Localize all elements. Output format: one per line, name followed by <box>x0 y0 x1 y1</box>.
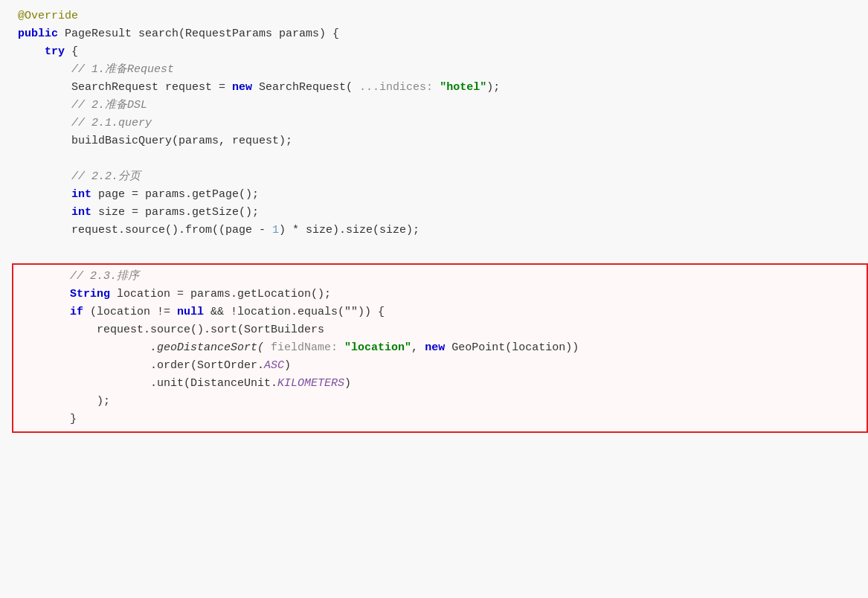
line-try: try { <box>15 43 868 61</box>
line-comment-1: // 1.准备Request <box>15 61 868 79</box>
line-build-query: buildBasicQuery(params, request); <box>15 132 868 150</box>
line-sort-3: .order(SortOrder. ASC ) <box>13 357 867 375</box>
comment-2-1: // 2.1.query <box>71 115 152 132</box>
const-kilometers: KILOMETERS <box>277 375 344 393</box>
comment-1: // 1.准备Request <box>71 61 174 79</box>
line-if: if (location != null && !location.equals… <box>13 303 867 321</box>
line-blank-1 <box>15 150 868 168</box>
comment-2-3: // 2.3.排序 <box>70 268 139 286</box>
line-comment-2: // 2.准备DSL <box>15 97 868 115</box>
line-comment-2-2: // 2.2.分页 <box>15 168 868 186</box>
line-comment-2-3: // 2.3.排序 <box>13 268 867 286</box>
number-1: 1 <box>272 222 279 239</box>
line-sort-4: .unit(DistanceUnit. KILOMETERS ) <box>13 375 867 393</box>
line-method-sig: public PageResult search(RequestParams p… <box>15 25 868 43</box>
string-location: "location" <box>344 339 411 357</box>
line-string-location: String location = params.getLocation(); <box>13 286 867 303</box>
param-hint-indices: ...indices: <box>353 79 440 97</box>
comment-2-2: // 2.2.分页 <box>71 168 141 186</box>
highlighted-sort-block: // 2.3.排序 String location = params.getLo… <box>12 263 868 433</box>
line-annotation: @Override <box>15 7 868 25</box>
keyword-new-2: new <box>425 339 445 357</box>
line-int-page: int page = params.getPage(); <box>15 186 868 204</box>
line-request-source: request.source().from((page - 1 ) * size… <box>15 222 868 239</box>
keyword-int-page: int <box>71 186 91 204</box>
keyword-string: String <box>70 286 110 303</box>
keyword-if: if <box>70 303 83 321</box>
keyword-new: new <box>232 79 252 97</box>
code-container: @Override public PageResult search(Reque… <box>0 0 868 598</box>
keyword-public: public <box>18 25 58 43</box>
line-blank-2 <box>15 239 868 257</box>
line-int-size: int size = params.getSize(); <box>15 204 868 222</box>
param-hint-fieldname: fieldName: <box>264 339 344 357</box>
const-asc: ASC <box>264 357 284 375</box>
line-sort-2: .geoDistanceSort( fieldName: "location" … <box>13 339 867 357</box>
line-sort-close-paren: ); <box>13 393 867 411</box>
comment-2: // 2.准备DSL <box>71 97 147 115</box>
method-geo-distance-sort: .geoDistanceSort( <box>150 339 264 357</box>
annotation: @Override <box>18 7 78 25</box>
keyword-int-size: int <box>71 204 91 222</box>
line-comment-2-1: // 2.1.query <box>15 115 868 132</box>
line-sort-1: request.source().sort(SortBuilders <box>13 321 867 339</box>
string-hotel: "hotel" <box>440 79 486 97</box>
keyword-try: try <box>45 43 65 61</box>
line-search-request: SearchRequest request = new SearchReques… <box>15 79 868 97</box>
keyword-null: null <box>177 303 204 321</box>
return-type: PageResult search(RequestParams params) … <box>58 25 339 43</box>
line-if-close-brace: } <box>13 411 867 428</box>
